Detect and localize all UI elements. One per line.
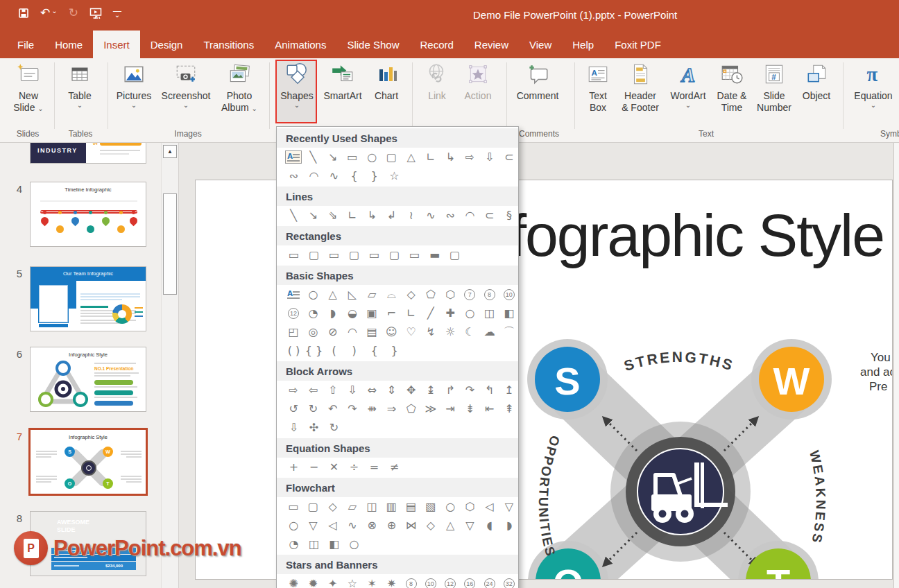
shape-icon[interactable]: ∿ — [422, 207, 440, 224]
shape-icon[interactable]: ✥ — [402, 381, 420, 399]
shape-icon[interactable]: 7 — [461, 286, 479, 303]
shape-icon[interactable]: ✦ — [324, 575, 342, 588]
shape-icon[interactable]: ▢ — [304, 498, 322, 515]
text-box-shape-icon[interactable]: A — [284, 286, 302, 303]
shape-icon[interactable]: ⌓ — [382, 286, 400, 303]
shape-icon[interactable]: 8 — [481, 286, 499, 303]
shape-icon[interactable]: ▭ — [284, 246, 303, 263]
shape-icon[interactable]: ⇥ — [441, 400, 459, 417]
shape-icon[interactable]: ◫ — [363, 498, 381, 515]
thumbnail-slide-7-selected[interactable]: Infographic Style S W O T — [28, 428, 148, 496]
shape-icon[interactable]: ( — [325, 342, 343, 359]
shape-icon[interactable]: ⌐ — [382, 304, 400, 322]
shape-icon[interactable]: 12 — [284, 304, 302, 322]
shape-icon[interactable]: + — [284, 458, 303, 476]
shape-icon[interactable]: ○ — [284, 517, 302, 534]
shape-icon[interactable]: ▣ — [363, 304, 381, 322]
shape-icon[interactable]: ⇤ — [481, 400, 499, 417]
tab-transitions[interactable]: Transitions — [193, 31, 264, 58]
shape-icon[interactable]: ∟ — [402, 304, 420, 322]
shape-icon[interactable]: ▢ — [345, 246, 363, 263]
shape-icon[interactable]: ▭ — [405, 246, 424, 263]
shape-icon[interactable]: ○ — [461, 304, 479, 322]
shape-icon[interactable]: ⇻ — [363, 400, 381, 417]
shape-icon[interactable]: ○ — [304, 286, 322, 303]
scrollbar-up-arrow[interactable]: ▲ — [163, 145, 177, 158]
shape-icon[interactable]: ↷ — [461, 381, 479, 399]
shape-icon[interactable]: ☺ — [382, 323, 400, 340]
shape-icon[interactable]: △ — [324, 286, 342, 303]
shape-icon[interactable]: ◠ — [461, 207, 479, 224]
shape-icon[interactable]: ◠ — [305, 167, 323, 184]
shape-icon[interactable]: = — [365, 458, 384, 476]
tab-animations[interactable]: Animations — [264, 31, 336, 58]
shape-icon[interactable]: ⇩ — [481, 148, 499, 166]
shape-icon[interactable]: ▽ — [304, 517, 322, 534]
shapes-button[interactable]: Shapes — [277, 61, 316, 108]
shape-icon[interactable]: ☆ — [343, 575, 361, 588]
shape-icon[interactable]: ↰ — [481, 381, 499, 399]
shape-icon[interactable]: ⇨ — [284, 381, 302, 399]
shape-icon[interactable]: ▢ — [385, 246, 404, 263]
shape-icon[interactable]: ∟ — [343, 207, 361, 224]
tab-insert[interactable]: Insert — [93, 31, 140, 58]
shape-icon[interactable]: ▽ — [500, 498, 518, 515]
shape-icon[interactable]: ◰ — [284, 323, 302, 340]
shape-icon[interactable]: ◒ — [343, 304, 361, 322]
tab-foxit-pdf[interactable]: Foxit PDF — [604, 31, 671, 58]
shape-icon[interactable]: ⋈ — [402, 517, 420, 534]
shape-icon[interactable]: ◫ — [305, 535, 323, 553]
shape-icon[interactable]: } — [365, 167, 384, 184]
shape-icon[interactable]: ⌒ — [500, 323, 518, 340]
shape-icon[interactable]: ✷ — [382, 575, 400, 588]
shape-icon[interactable]: ○ — [363, 148, 381, 166]
shape-icon[interactable]: ◎ — [304, 323, 322, 340]
shape-icon[interactable]: ◔ — [304, 304, 322, 322]
shape-icon[interactable]: { } — [305, 342, 323, 359]
tab-view[interactable]: View — [519, 31, 562, 58]
shape-icon[interactable]: ✺ — [284, 575, 302, 588]
date-time-button[interactable]: Date & Time — [712, 61, 752, 114]
shape-icon[interactable]: ⇞ — [500, 400, 518, 417]
shape-icon[interactable]: ⊘ — [324, 323, 342, 340]
shape-icon[interactable]: ☆ — [385, 167, 404, 184]
slide-number-button[interactable]: # Slide Number — [753, 61, 795, 114]
photo-album-button[interactable]: Photo Album ⌄ — [215, 61, 264, 114]
shape-icon[interactable]: ≠ — [385, 458, 404, 476]
shape-icon[interactable]: ⇟ — [461, 400, 479, 417]
shape-icon[interactable]: ◇ — [402, 286, 420, 303]
shape-icon[interactable]: 32 — [500, 575, 518, 588]
customize-qat-icon[interactable]: —⌄ — [113, 10, 121, 17]
shape-icon[interactable]: ◇ — [422, 517, 440, 534]
shape-icon[interactable]: ▭ — [343, 148, 361, 166]
shape-icon[interactable]: ✕ — [325, 458, 343, 476]
shape-icon[interactable]: ↺ — [284, 400, 302, 417]
shape-icon[interactable]: ▽ — [461, 517, 479, 534]
shape-icon[interactable]: ∿ — [343, 517, 361, 534]
shape-icon[interactable]: ↳ — [441, 148, 459, 166]
shape-icon[interactable]: ⬡ — [461, 498, 479, 515]
shape-icon[interactable]: ◁ — [481, 498, 499, 515]
pictures-button[interactable]: Pictures — [113, 61, 155, 108]
tab-file[interactable]: File — [7, 31, 44, 58]
shape-icon[interactable]: ⊂ — [481, 207, 499, 224]
equation-button[interactable]: π Equation — [850, 61, 896, 108]
shape-icon[interactable]: ↘ — [324, 148, 342, 166]
shape-icon[interactable]: ◫ — [481, 304, 499, 322]
tab-help[interactable]: Help — [562, 31, 604, 58]
shape-icon[interactable]: ◗ — [500, 517, 518, 534]
shape-icon[interactable]: △ — [441, 517, 459, 534]
shape-icon[interactable]: § — [500, 207, 518, 224]
shape-icon[interactable]: − — [305, 458, 323, 476]
shape-icon[interactable]: ▤ — [402, 498, 420, 515]
tab-design[interactable]: Design — [140, 31, 194, 58]
shape-icon[interactable]: ◇ — [324, 498, 342, 515]
object-button[interactable]: Object — [796, 61, 837, 102]
shape-icon[interactable]: ◺ — [343, 286, 361, 303]
comment-button[interactable]: Comment — [512, 61, 563, 102]
shape-icon[interactable]: ▢ — [382, 148, 400, 166]
slide-side-text[interactable]: You and ac Pre — [860, 350, 893, 394]
shape-icon[interactable]: 10 — [422, 575, 440, 588]
chart-button[interactable]: Chart — [368, 61, 405, 102]
shape-icon[interactable]: ♡ — [402, 323, 420, 340]
